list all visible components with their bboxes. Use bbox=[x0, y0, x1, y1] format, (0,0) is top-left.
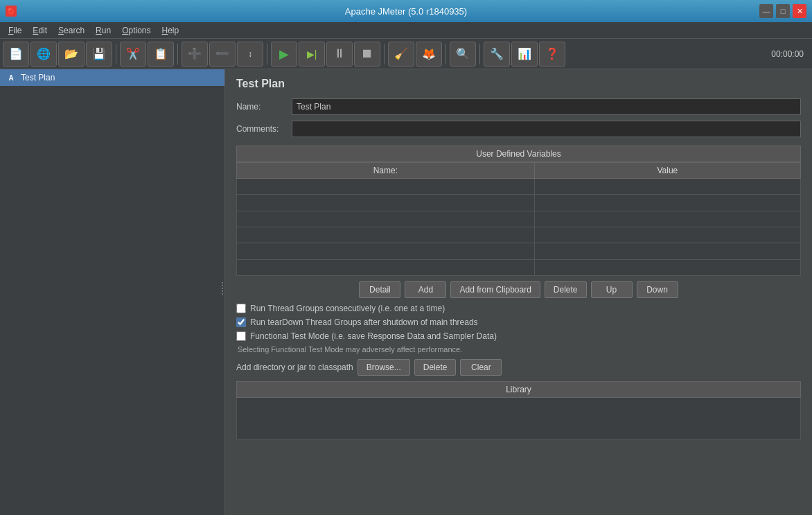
window-controls: — □ ✕ bbox=[759, 4, 806, 18]
menu-bar: File Edit Search Run Options Help bbox=[0, 22, 812, 39]
maximize-button[interactable]: □ bbox=[776, 4, 790, 18]
separator-6 bbox=[479, 44, 480, 64]
menu-run[interactable]: Run bbox=[90, 24, 116, 37]
library-body bbox=[237, 398, 801, 439]
stop-button[interactable]: ⏸ bbox=[326, 42, 353, 67]
run-consecutive-row: Run Thread Groups consecutively (i.e. on… bbox=[236, 304, 801, 313]
main-layout: A Test Plan Test Plan Name: Comments: Us… bbox=[0, 69, 812, 515]
new-button[interactable]: 📄 bbox=[3, 42, 29, 67]
functional-mode-row: Functional Test Mode (i.e. save Response… bbox=[236, 331, 801, 341]
col-header-value: Value bbox=[534, 163, 800, 179]
variables-section-header: User Defined Variables bbox=[236, 146, 801, 162]
clear-all-button[interactable]: 🦊 bbox=[416, 42, 442, 67]
separator-3 bbox=[267, 44, 267, 64]
start-nopause-button[interactable]: ▶| bbox=[299, 42, 325, 67]
sidebar: A Test Plan bbox=[0, 69, 225, 515]
app-icon: 🔴 bbox=[6, 6, 17, 17]
run-consecutive-label: Run Thread Groups consecutively (i.e. on… bbox=[250, 304, 445, 313]
classpath-row: Add directory or jar to classpath Browse… bbox=[236, 359, 801, 376]
library-table: Library bbox=[236, 381, 801, 439]
start-button[interactable]: ▶ bbox=[271, 42, 297, 67]
window-title: Apache JMeter (5.0 r1840935) bbox=[345, 6, 467, 17]
variables-table: Name: Value bbox=[236, 162, 801, 276]
reset-button[interactable]: 🔧 bbox=[484, 42, 510, 67]
comments-input[interactable] bbox=[292, 121, 801, 137]
menu-file[interactable]: File bbox=[3, 24, 27, 37]
page-title: Test Plan bbox=[236, 78, 801, 90]
teardown-checkbox[interactable] bbox=[236, 317, 246, 327]
delete-classpath-button[interactable]: Delete bbox=[414, 359, 457, 376]
library-header: Library bbox=[237, 382, 801, 398]
name-label: Name: bbox=[236, 102, 292, 112]
shutdown-button[interactable]: ⏹ bbox=[354, 42, 380, 67]
table-action-buttons: Detail Add Add from Clipboard Delete Up … bbox=[236, 281, 801, 298]
down-button[interactable]: Down bbox=[637, 281, 678, 298]
teardown-row: Run tearDown Thread Groups after shutdow… bbox=[236, 317, 801, 327]
separator-5 bbox=[445, 44, 446, 64]
clear-classpath-button[interactable]: Clear bbox=[460, 359, 502, 376]
add-button[interactable]: Add bbox=[405, 281, 446, 298]
separator-2 bbox=[177, 44, 178, 64]
menu-search[interactable]: Search bbox=[53, 24, 90, 37]
variables-table-body bbox=[237, 179, 801, 276]
menu-options[interactable]: Options bbox=[116, 24, 156, 37]
separator-4 bbox=[384, 44, 385, 64]
name-row: Name: bbox=[236, 98, 801, 115]
col-header-name: Name: bbox=[237, 163, 535, 179]
comments-label: Comments: bbox=[236, 124, 292, 134]
comments-row: Comments: bbox=[236, 121, 801, 137]
up-button[interactable]: Up bbox=[591, 281, 633, 298]
empty-row-3 bbox=[237, 211, 801, 227]
help-button[interactable]: ❓ bbox=[539, 42, 565, 67]
empty-row-2 bbox=[237, 195, 801, 211]
menu-edit[interactable]: Edit bbox=[27, 24, 53, 37]
open-button[interactable]: 📂 bbox=[58, 42, 85, 67]
browse-button[interactable]: Browse... bbox=[358, 359, 410, 376]
detail-button[interactable]: Detail bbox=[359, 281, 400, 298]
empty-row-4 bbox=[237, 227, 801, 243]
resize-handle[interactable] bbox=[221, 282, 223, 303]
function-helper-button[interactable]: 📊 bbox=[511, 42, 538, 67]
save-button[interactable]: 💾 bbox=[86, 42, 112, 67]
collapse-button[interactable]: ➖ bbox=[209, 42, 236, 67]
elapsed-time: 00:00:00 bbox=[771, 49, 809, 59]
toolbar: 📄 🌐 📂 💾 ✂️ 📋 ➕ ➖ ↕ ▶ ▶| ⏸ ⏹ 🧹 🦊 🔍 🔧 📊 ❓ … bbox=[0, 39, 812, 69]
menu-help[interactable]: Help bbox=[157, 24, 185, 37]
add-clipboard-button[interactable]: Add from Clipboard bbox=[450, 281, 540, 298]
sidebar-item-test-plan[interactable]: A Test Plan bbox=[0, 69, 224, 86]
test-plan-icon: A bbox=[6, 72, 17, 83]
close-button[interactable]: ✕ bbox=[793, 4, 806, 18]
user-variables-section: User Defined Variables Name: Value bbox=[236, 146, 801, 276]
run-consecutive-checkbox[interactable] bbox=[236, 304, 246, 313]
cut-button[interactable]: ✂️ bbox=[120, 42, 146, 67]
separator-1 bbox=[116, 44, 116, 64]
name-input[interactable] bbox=[292, 98, 801, 115]
classpath-label: Add directory or jar to classpath bbox=[236, 363, 353, 372]
empty-row-6 bbox=[237, 259, 801, 275]
title-bar: 🔴 Apache JMeter (5.0 r1840935) — □ ✕ bbox=[0, 0, 812, 22]
copy-button[interactable]: 📋 bbox=[148, 42, 174, 67]
templates-button[interactable]: 🌐 bbox=[30, 42, 57, 67]
functional-note: Selecting Functional Test Mode may adver… bbox=[236, 345, 801, 353]
toggle-button[interactable]: ↕ bbox=[237, 42, 263, 67]
functional-mode-label: Functional Test Mode (i.e. save Response… bbox=[250, 331, 497, 341]
empty-row-1 bbox=[237, 179, 801, 195]
sidebar-item-label: Test Plan bbox=[21, 73, 55, 82]
delete-button[interactable]: Delete bbox=[545, 281, 587, 298]
search-button[interactable]: 🔍 bbox=[450, 42, 476, 67]
expand-button[interactable]: ➕ bbox=[182, 42, 208, 67]
clear-button[interactable]: 🧹 bbox=[388, 42, 414, 67]
empty-row-5 bbox=[237, 243, 801, 259]
content-area: Test Plan Name: Comments: User Defined V… bbox=[225, 69, 812, 515]
minimize-button[interactable]: — bbox=[759, 4, 773, 18]
functional-mode-checkbox[interactable] bbox=[236, 331, 246, 341]
teardown-label: Run tearDown Thread Groups after shutdow… bbox=[250, 317, 478, 327]
